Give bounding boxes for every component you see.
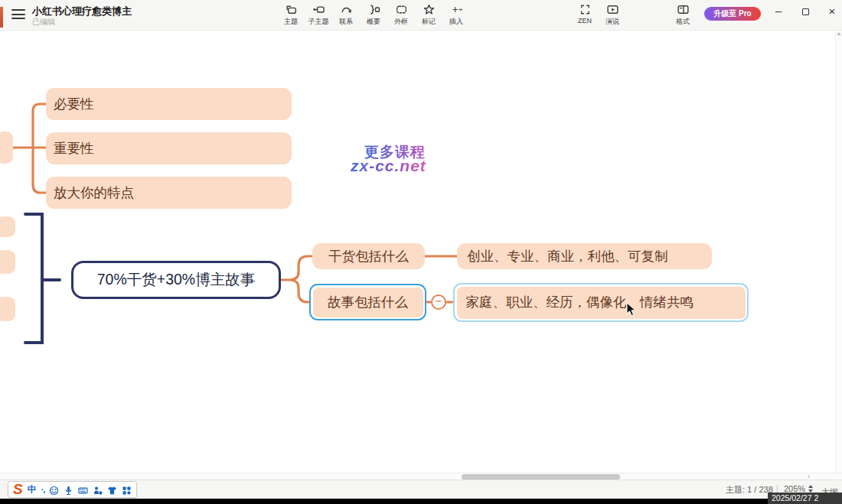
vertical-scrollbar[interactable]	[835, 31, 842, 473]
document-status: 已编辑	[32, 17, 55, 28]
zen-mode-button[interactable]: ZEN	[571, 3, 599, 27]
detail-node-drygoods[interactable]: 创业、专业、商业，利他、可复制	[457, 243, 712, 269]
format-icon	[677, 3, 690, 16]
central-topic-node[interactable]: 70%干货+30%博主故事	[71, 261, 281, 299]
ime-language-toggle[interactable]: 中	[28, 483, 37, 496]
topic-count-label: 主题: 1 / 238	[726, 484, 773, 496]
ime-skin-button[interactable]	[107, 485, 117, 495]
topic-node-amplify[interactable]: 放大你的特点	[46, 177, 292, 209]
ime-emoji-button[interactable]	[49, 485, 59, 495]
topic-icon	[285, 3, 298, 16]
zoom-in-arrow-icon[interactable]	[808, 485, 813, 488]
ime-voice-button[interactable]	[64, 485, 73, 495]
person-input-icon	[93, 486, 103, 496]
topic-button[interactable]: 主题	[277, 3, 305, 27]
ime-toolbox-button[interactable]	[122, 485, 132, 495]
clipped-node-2[interactable]	[0, 250, 15, 274]
upgrade-pro-button[interactable]: 升级至 Pro	[704, 7, 761, 21]
zoom-stepper[interactable]	[808, 485, 813, 493]
shirt-icon	[107, 486, 117, 496]
format-group: 格式	[669, 3, 697, 27]
topic-node-importance[interactable]: 重要性	[46, 132, 292, 164]
clipped-node-1[interactable]	[0, 216, 15, 237]
emoji-icon	[49, 486, 59, 496]
summary-icon	[367, 3, 380, 16]
insert-icon	[450, 3, 463, 16]
scroll-up-arrow[interactable]	[837, 32, 841, 35]
maximize-icon	[802, 8, 809, 15]
watermark-url: zx-cc.net	[351, 157, 426, 175]
view-toolbar: ZEN 演说	[571, 3, 626, 27]
marker-icon	[423, 3, 436, 16]
bottom-black-strip	[0, 499, 842, 504]
keyboard-icon	[78, 486, 88, 496]
subtopic-icon	[312, 3, 325, 16]
mouse-cursor	[626, 302, 638, 317]
present-icon	[606, 3, 619, 16]
relationship-icon	[340, 3, 353, 16]
format-button[interactable]: 格式	[669, 3, 697, 27]
mindmap-canvas[interactable]: 必要性 重要性 放大你的特点 更多课程 zx-cc.net 70%干货+30%博…	[0, 31, 842, 473]
boundary-icon	[395, 3, 408, 16]
horizontal-scrollbar-thumb[interactable]	[462, 474, 620, 480]
horizontal-scrollbar[interactable]: ›	[0, 473, 842, 480]
topic-node-drygoods[interactable]: 干货包括什么	[312, 243, 425, 269]
minimize-button[interactable]: –	[767, 2, 790, 22]
topic-node-necessity[interactable]: 必要性	[46, 88, 292, 120]
clipped-node-3[interactable]	[0, 297, 15, 321]
boundary-button[interactable]: 外框	[387, 3, 415, 27]
detail-node-story-selected[interactable]: 家庭、职业、经历，偶像化、情绪共鸣	[453, 283, 749, 322]
ime-punctuation-toggle[interactable]: ·,	[41, 485, 45, 494]
close-button[interactable]: ×	[821, 2, 842, 22]
main-toolbar: 主题 子主题 联系 概要	[277, 3, 470, 27]
ime-toolbar[interactable]: S 中 ·,	[8, 481, 137, 498]
clipped-parent-node[interactable]	[0, 132, 13, 164]
ime-keyboard-button[interactable]	[78, 485, 88, 495]
titlebar: 小红书心理疗愈类博主 已编辑 主题 子主题 联系	[0, 0, 842, 31]
present-button[interactable]: 演说	[599, 3, 626, 27]
relationship-button[interactable]: 联系	[332, 3, 360, 27]
edge-artifact	[0, 7, 3, 28]
timestamp-overlay: 2025/02/27 2	[768, 493, 842, 504]
maximize-button[interactable]	[794, 2, 817, 22]
grid-icon	[122, 486, 132, 496]
marker-button[interactable]: 标记	[415, 3, 442, 27]
app-window: 小红书心理疗愈类博主 已编辑 主题 子主题 联系	[0, 0, 842, 504]
microphone-icon	[64, 486, 73, 496]
topic-node-story-selected[interactable]: 故事包括什么	[309, 284, 426, 320]
zen-icon	[579, 3, 592, 16]
collapse-toggle-button[interactable]: −	[431, 294, 446, 310]
sogou-logo-icon[interactable]: S	[13, 483, 23, 496]
menu-icon[interactable]	[11, 9, 25, 20]
subtopic-button[interactable]: 子主题	[305, 3, 332, 27]
summary-button[interactable]: 概要	[360, 3, 387, 27]
ime-handwriting-button[interactable]	[93, 485, 103, 495]
insert-button[interactable]: 插入	[442, 3, 470, 27]
